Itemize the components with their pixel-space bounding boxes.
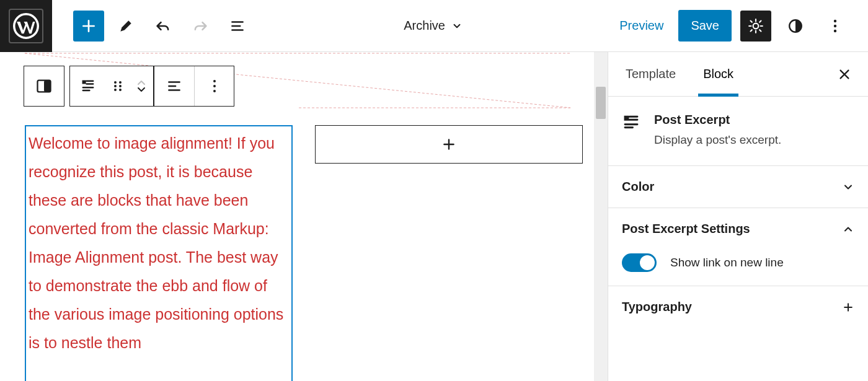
block-type-button[interactable] — [70, 66, 106, 106]
settings-button[interactable] — [740, 11, 771, 42]
svg-point-2 — [834, 19, 836, 22]
chevron-up-icon — [842, 223, 854, 235]
plus-icon — [81, 18, 97, 34]
styles-button[interactable] — [780, 11, 811, 42]
align-button[interactable] — [154, 66, 194, 106]
panel-typography[interactable]: Typography — [608, 286, 868, 328]
chevron-up-icon — [137, 79, 146, 85]
toolbar-group-parent — [24, 66, 64, 107]
chevron-down-icon — [451, 20, 463, 32]
more-vertical-icon — [213, 79, 216, 94]
svg-point-15 — [114, 85, 117, 87]
add-block-button[interactable] — [73, 11, 104, 42]
wordpress-icon — [9, 9, 43, 43]
column-left[interactable]: Welcome to image alignment! If you recog… — [25, 69, 293, 381]
toolbar-group-block — [69, 66, 154, 107]
post-excerpt-icon — [79, 77, 97, 95]
svg-point-13 — [114, 81, 117, 84]
drag-handle[interactable] — [106, 66, 130, 106]
redo-button[interactable] — [185, 11, 216, 42]
plus-icon — [441, 136, 457, 152]
excerpt-text: Welcome to image alignment! If you recog… — [29, 129, 288, 357]
block-options-button[interactable] — [194, 66, 234, 106]
options-button[interactable] — [820, 11, 851, 42]
document-title-dropdown[interactable]: Archive — [253, 19, 613, 33]
more-vertical-icon — [833, 19, 837, 33]
block-card: Post Excerpt Display a post's excerpt. — [608, 97, 868, 165]
top-left-controls — [52, 11, 253, 42]
document-title: Archive — [404, 19, 445, 33]
undo-button[interactable] — [148, 11, 179, 42]
gear-icon — [748, 18, 764, 34]
select-parent-column-button[interactable] — [24, 66, 64, 106]
drag-icon — [113, 79, 123, 94]
svg-point-4 — [834, 29, 836, 32]
align-left-icon — [166, 78, 182, 94]
block-card-title: Post Excerpt — [654, 113, 781, 127]
post-excerpt-block[interactable]: Welcome to image alignment! If you recog… — [25, 125, 293, 381]
svg-point-17 — [114, 89, 117, 91]
svg-point-19 — [213, 80, 216, 82]
show-link-on-new-line-toggle[interactable] — [622, 253, 657, 272]
show-link-on-new-line-row: Show link on new line — [622, 236, 854, 272]
svg-rect-22 — [625, 116, 628, 120]
chevron-down-icon — [842, 181, 854, 193]
undo-icon — [154, 17, 172, 35]
move-buttons[interactable] — [130, 66, 153, 106]
svg-point-3 — [834, 24, 836, 27]
sidebar-tabs: Template Block — [608, 52, 868, 97]
panel-typography-title: Typography — [622, 300, 692, 314]
plus-icon — [842, 301, 854, 313]
svg-point-21 — [213, 90, 216, 92]
pencil-icon — [118, 18, 134, 34]
block-card-description: Display a post's excerpt. — [654, 133, 781, 147]
svg-point-14 — [119, 81, 122, 84]
tab-block[interactable]: Block — [689, 52, 747, 96]
preview-button[interactable]: Preview — [613, 15, 670, 37]
panel-pes-title: Post Excerpt Settings — [622, 222, 750, 236]
redo-icon — [192, 17, 209, 35]
toolbar-group-align — [154, 66, 234, 107]
panel-color-title: Color — [622, 180, 654, 194]
close-sidebar-button[interactable] — [830, 59, 859, 89]
column-right[interactable] — [315, 69, 583, 381]
block-toolbar — [24, 66, 234, 107]
panel-post-excerpt-settings: Post Excerpt Settings Show link on new l… — [608, 208, 868, 286]
settings-sidebar: Template Block Post Excerpt Display a po… — [608, 52, 868, 381]
editor-top-bar: Archive Preview Save — [0, 0, 868, 52]
chevron-down-icon — [137, 87, 146, 93]
svg-rect-12 — [44, 81, 51, 92]
contrast-icon — [787, 18, 804, 34]
svg-point-18 — [119, 89, 122, 91]
top-right-controls: Preview Save — [613, 10, 868, 42]
panel-color[interactable]: Color — [608, 165, 868, 208]
list-view-button[interactable] — [222, 11, 253, 42]
column-appender[interactable] — [315, 125, 583, 164]
svg-point-20 — [213, 85, 216, 87]
editor-canvas[interactable]: Welcome to image alignment! If you recog… — [0, 52, 608, 381]
panel-post-excerpt-settings-toggle[interactable]: Post Excerpt Settings — [622, 222, 854, 236]
post-excerpt-icon — [622, 113, 642, 147]
save-button[interactable]: Save — [678, 10, 732, 42]
canvas-wrap: Welcome to image alignment! If you recog… — [0, 52, 608, 381]
tab-template[interactable]: Template — [612, 52, 689, 96]
show-link-on-new-line-label: Show link on new line — [670, 256, 784, 269]
column-icon — [35, 77, 53, 95]
close-icon — [838, 68, 851, 81]
wordpress-logo[interactable] — [0, 0, 52, 52]
edit-tool-button[interactable] — [110, 11, 141, 42]
editor-main: Welcome to image alignment! If you recog… — [0, 52, 868, 381]
list-view-icon — [229, 18, 246, 34]
svg-point-16 — [119, 85, 122, 87]
columns-block: Welcome to image alignment! If you recog… — [25, 64, 583, 381]
